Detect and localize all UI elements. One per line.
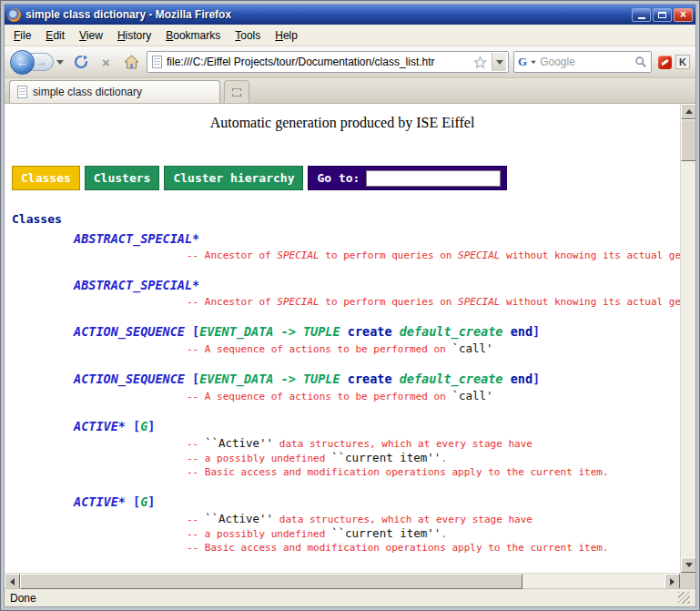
code-segment: `call' xyxy=(451,341,492,355)
section-title-classes: Classes xyxy=(12,212,680,226)
engine-dropdown-icon[interactable] xyxy=(531,60,536,64)
search-input[interactable] xyxy=(540,56,632,68)
menu-help[interactable]: Help xyxy=(268,25,305,46)
code-segment: ACTIVE* xyxy=(74,419,133,433)
content-viewport: Automatic generation produced by ISE Eif… xyxy=(5,104,695,588)
horizontal-scroll-track[interactable] xyxy=(20,574,664,588)
firefox-icon[interactable] xyxy=(7,8,21,22)
menu-bookmarks[interactable]: Bookmarks xyxy=(158,25,228,46)
red-addon-icon[interactable] xyxy=(658,56,672,69)
bookmark-star-icon[interactable] xyxy=(473,56,487,69)
code-segment: data structures, which at every stage ha… xyxy=(273,514,533,525)
code-segment: -- xyxy=(187,514,205,525)
classes-nav-button[interactable]: Classes xyxy=(12,166,80,190)
tab-simple-class-dictionary[interactable]: simple class dictionary xyxy=(9,80,220,103)
code-segment: end xyxy=(511,372,533,386)
class-name-link[interactable]: ABSTRACT_SPECIAL* xyxy=(74,278,680,293)
address-bar xyxy=(147,51,509,73)
tab-favicon xyxy=(17,86,27,98)
goto-input[interactable] xyxy=(366,170,501,187)
search-magnifier-icon[interactable] xyxy=(634,56,647,68)
code-segment: data structures, which at every stage ha… xyxy=(273,438,533,450)
cluster-hierarchy-nav-button[interactable]: Cluster hierarchy xyxy=(164,166,303,190)
scrollbar-corner xyxy=(681,573,696,588)
window-controls: × xyxy=(632,8,693,22)
scroll-up-button[interactable] xyxy=(681,104,696,119)
home-button[interactable] xyxy=(121,52,142,73)
site-identity-icon[interactable] xyxy=(152,56,162,68)
vertical-scroll-thumb[interactable] xyxy=(681,119,696,161)
class-name-link[interactable]: ACTIVE* [G] xyxy=(74,419,680,434)
vertical-scroll-track[interactable] xyxy=(681,119,695,557)
class-name-link[interactable]: ACTION_SEQUENCE [EVENT_DATA -> TUPLE cre… xyxy=(74,324,680,340)
code-segment: SPECIAL xyxy=(277,296,319,308)
clusters-nav-button[interactable]: Clusters xyxy=(85,166,160,190)
code-segment: ACTIVE* xyxy=(74,494,133,509)
history-dropdown-button[interactable] xyxy=(54,53,66,71)
class-comment-line: -- Basic access and modification operati… xyxy=(187,465,680,479)
tab-overflow-button[interactable] xyxy=(224,80,249,103)
code-segment: ``current item'' xyxy=(331,526,441,540)
class-name-link[interactable]: ABSTRACT_SPECIAL* xyxy=(74,231,680,247)
back-button[interactable]: ← xyxy=(10,50,35,75)
reload-button[interactable] xyxy=(70,52,91,73)
code-segment: SPECIAL xyxy=(277,249,319,261)
back-forward-group: ← → xyxy=(10,50,66,75)
forward-icon: → xyxy=(36,56,47,68)
class-entry: ACTIVE* [G]-- ``Active'' data structures… xyxy=(74,419,680,479)
title-bar[interactable]: simple class dictionary - Mozilla Firefo… xyxy=(5,5,695,25)
resize-grip-icon[interactable] xyxy=(678,592,690,604)
status-text: Done xyxy=(10,592,36,605)
minimize-button[interactable] xyxy=(632,8,651,22)
menu-view[interactable]: View xyxy=(72,25,110,46)
code-segment: ] xyxy=(533,324,540,339)
goto-cell: Go to: xyxy=(308,166,507,190)
k-addon-icon[interactable]: K xyxy=(675,55,690,69)
url-input[interactable] xyxy=(167,56,469,68)
code-segment: -- xyxy=(187,438,205,450)
menu-edit[interactable]: Edit xyxy=(38,25,72,46)
window-title: simple class dictionary - Mozilla Firefo… xyxy=(25,8,627,21)
code-segment: -- A sequence of actions to be performed… xyxy=(187,343,451,355)
close-button[interactable]: × xyxy=(674,8,693,22)
code-segment: EVENT_DATA xyxy=(199,372,273,386)
stop-button[interactable]: × xyxy=(96,52,117,73)
code-segment: ] xyxy=(533,372,540,386)
tab-label: simple class dictionary xyxy=(33,86,142,98)
code-segment: -- Basic access and modification operati… xyxy=(187,542,609,554)
horizontal-scroll-thumb[interactable] xyxy=(20,574,522,589)
google-engine-icon[interactable]: G xyxy=(518,55,527,69)
scroll-left-button[interactable] xyxy=(5,574,20,589)
menu-file[interactable]: File xyxy=(6,25,38,46)
class-name-link[interactable]: ACTIVE* [G] xyxy=(74,494,680,510)
window-frame: simple class dictionary - Mozilla Firefo… xyxy=(4,4,696,607)
class-comment-line: -- Basic access and modification operati… xyxy=(187,541,680,555)
code-segment: ABSTRACT_SPECIAL* xyxy=(74,278,199,292)
navigation-toolbar: ← → × xyxy=(5,46,695,78)
reload-icon xyxy=(74,55,88,69)
code-segment: . xyxy=(441,528,447,540)
menu-tools[interactable]: Tools xyxy=(228,25,268,46)
class-entry: ACTIVE_INTEGER_INTERVAL xyxy=(74,570,680,573)
scroll-down-button[interactable] xyxy=(681,557,696,573)
arrow-down-icon xyxy=(685,563,693,567)
code-segment: [ xyxy=(133,494,140,509)
page-column: Automatic generation produced by ISE Eif… xyxy=(5,104,680,588)
maximize-icon xyxy=(658,12,666,18)
tab-bar: simple class dictionary xyxy=(5,78,695,104)
class-name-link[interactable]: ACTIVE_INTEGER_INTERVAL xyxy=(74,570,680,573)
vertical-scrollbar[interactable] xyxy=(680,104,695,588)
code-segment: ACTIVE_INTEGER_INTERVAL xyxy=(74,570,244,573)
scroll-right-button[interactable] xyxy=(664,574,680,589)
code-segment: TUPLE xyxy=(303,372,340,386)
class-name-link[interactable]: ACTION_SEQUENCE [EVENT_DATA -> TUPLE cre… xyxy=(74,372,680,387)
class-entry: ACTIVE* [G]-- ``Active'' data structures… xyxy=(74,494,680,555)
maximize-button[interactable] xyxy=(653,8,672,22)
code-segment: ABSTRACT_SPECIAL* xyxy=(74,231,199,246)
url-dropdown-button[interactable] xyxy=(492,53,506,71)
menu-history[interactable]: History xyxy=(110,25,158,46)
doc-nav-row: Classes Clusters Cluster hierarchy Go to… xyxy=(12,166,680,190)
horizontal-scrollbar[interactable] xyxy=(5,573,680,588)
class-comment-line: -- a possibly undefined ``current item''… xyxy=(187,526,680,541)
minimize-icon xyxy=(638,17,645,19)
